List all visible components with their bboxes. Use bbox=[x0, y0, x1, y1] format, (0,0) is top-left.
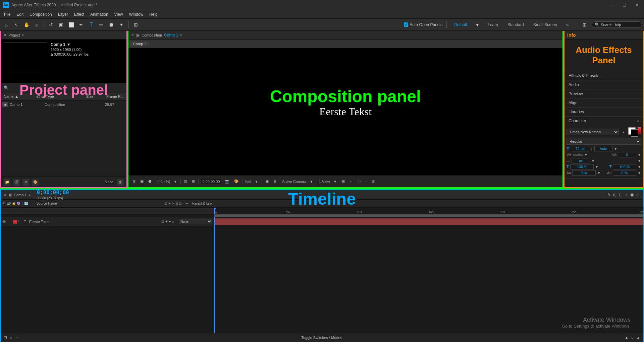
parent-link-select[interactable]: None bbox=[179, 219, 212, 224]
view-layout-btn[interactable]: ⊞ bbox=[340, 179, 346, 184]
settings-btn[interactable]: ⚙ bbox=[22, 179, 29, 186]
camera-arrow[interactable]: ▼ bbox=[308, 179, 315, 184]
hand-tool[interactable]: ✋ bbox=[22, 20, 31, 29]
output-btn[interactable]: ↑ bbox=[364, 179, 369, 184]
tl-btn-5[interactable]: ⬣ bbox=[630, 192, 634, 198]
workspace-small[interactable]: Small Screen bbox=[530, 22, 560, 28]
tl-btn-1[interactable]: ↰ bbox=[606, 192, 611, 198]
close-button[interactable]: ✕ bbox=[633, 2, 641, 8]
menu-animation[interactable]: Animation bbox=[88, 11, 111, 17]
shift-dropdown[interactable]: ▼ bbox=[597, 171, 600, 175]
layer-bar[interactable] bbox=[214, 218, 643, 225]
leading-dropdown[interactable]: ▼ bbox=[614, 147, 618, 151]
tracking-dropdown[interactable]: ▼ bbox=[638, 153, 641, 157]
shape-tool[interactable]: ⬜ bbox=[67, 20, 75, 29]
snap-btn[interactable]: ⊞ bbox=[191, 179, 196, 184]
workspace-standard[interactable]: Standard bbox=[504, 22, 527, 28]
footer-icon-2[interactable]: ○ bbox=[10, 335, 12, 340]
work-area[interactable] bbox=[214, 214, 643, 217]
maximize-button[interactable]: □ bbox=[621, 2, 628, 8]
menu-file[interactable]: File bbox=[1, 11, 13, 17]
footer-icon-3[interactable]: ↔ bbox=[15, 335, 19, 340]
new-folder-btn[interactable]: 📁 bbox=[4, 179, 10, 186]
select-tool[interactable]: ↖ bbox=[12, 20, 21, 29]
font-family-select[interactable]: Times New Roman bbox=[567, 129, 619, 135]
comp-panel-close[interactable]: ✕ bbox=[131, 33, 134, 37]
preview-section-label[interactable]: Preview bbox=[565, 89, 643, 98]
brush-tool[interactable]: ✏ bbox=[97, 20, 106, 29]
pen-tool[interactable]: ✒ bbox=[77, 20, 86, 29]
menu-help[interactable]: Help bbox=[147, 11, 160, 17]
workspace-more[interactable]: » bbox=[563, 20, 572, 29]
baseline-dropdown[interactable]: ▼ bbox=[591, 159, 595, 163]
character-section-label[interactable]: Character ≡ bbox=[565, 117, 643, 125]
render-btn[interactable]: ▷ bbox=[357, 179, 362, 184]
menu-window[interactable]: Window bbox=[126, 11, 146, 17]
tsume-dropdown[interactable]: ▼ bbox=[638, 171, 641, 175]
pen-icon[interactable]: ✒ bbox=[620, 129, 627, 135]
color-btn[interactable]: 🎨 bbox=[32, 179, 39, 186]
scale-v-dropdown[interactable]: ▼ bbox=[638, 165, 641, 169]
grid-tool[interactable]: ⊞ bbox=[131, 20, 140, 29]
layer-color-swatch[interactable] bbox=[13, 220, 17, 224]
menu-view[interactable]: View bbox=[112, 11, 126, 17]
workspace-learn[interactable]: Learn bbox=[484, 22, 501, 28]
playhead[interactable] bbox=[214, 208, 215, 214]
minimize-button[interactable]: ─ bbox=[608, 2, 616, 8]
timeline-close[interactable]: ✕ bbox=[4, 193, 6, 197]
table-row[interactable]: ▣ Comp 1 Composition 29,97 bbox=[1, 100, 126, 109]
workspace-default[interactable]: Default bbox=[451, 22, 470, 28]
menu-edit[interactable]: Edit bbox=[14, 11, 26, 17]
zoom-arrow[interactable]: ▼ bbox=[172, 179, 179, 184]
font-style-select[interactable]: Regular bbox=[567, 138, 641, 145]
baseline-input[interactable] bbox=[572, 158, 590, 163]
resolution-arrow[interactable]: ▼ bbox=[253, 179, 260, 184]
tl-btn-4[interactable]: ○ bbox=[625, 192, 628, 198]
comp-tab-comp1[interactable]: Comp 1 bbox=[130, 41, 150, 47]
project-panel-menu[interactable]: ≡ bbox=[22, 33, 24, 37]
region-of-interest-btn[interactable]: ⊞ bbox=[131, 179, 137, 184]
flow-btn[interactable]: ↔ bbox=[348, 179, 355, 184]
workspace-menu-arrow[interactable]: ▼ bbox=[473, 20, 482, 29]
menu-layer[interactable]: Layer bbox=[55, 11, 71, 17]
views-arrow[interactable]: ▼ bbox=[332, 179, 338, 184]
active-camera-label[interactable]: Active Camera bbox=[282, 180, 306, 184]
footer-icon-1[interactable]: ⊡ bbox=[4, 335, 7, 340]
menu-composition[interactable]: Composition bbox=[27, 11, 55, 17]
rotate-tool[interactable]: ↺ bbox=[47, 20, 55, 29]
kerning-dropdown[interactable]: ▼ bbox=[584, 153, 588, 157]
zoom-tool[interactable]: ⌕ bbox=[32, 20, 41, 29]
text-tool[interactable]: T bbox=[87, 20, 96, 29]
extra-dropdown[interactable]: ▼ bbox=[638, 159, 641, 163]
footer-nav-3[interactable]: ▲ bbox=[636, 335, 640, 340]
delete-btn[interactable]: 🗑 bbox=[117, 179, 124, 186]
tl-btn-3[interactable]: ⊡ bbox=[619, 192, 623, 198]
effects-presets-label[interactable]: Effects & Presets bbox=[565, 71, 643, 80]
project-search[interactable]: 🔍 bbox=[1, 83, 126, 92]
home-tool[interactable]: ⌂ bbox=[2, 20, 11, 29]
table-row[interactable]: 👁 1 T Eerste Tekst ⊡ ✦ ✒ ○ None bbox=[1, 217, 214, 226]
comp-viewer[interactable]: Eerste Tekst bbox=[128, 48, 562, 175]
scale-h-dropdown[interactable]: ▼ bbox=[595, 165, 598, 169]
footer-nav-2[interactable]: ○ bbox=[631, 335, 634, 340]
fit-to-view[interactable]: ⊡ bbox=[183, 179, 189, 184]
grid-btn[interactable]: ⊞ bbox=[370, 179, 376, 184]
tsume-input[interactable] bbox=[613, 170, 636, 176]
audio-section-label[interactable]: Audio bbox=[565, 80, 643, 89]
comp-panel-menu[interactable]: ≡ bbox=[180, 33, 182, 37]
snap-tool[interactable]: ⊞ bbox=[580, 20, 589, 29]
transparency-btn[interactable]: ⬣ bbox=[147, 179, 153, 184]
comp-name-arrow[interactable]: ▼ bbox=[67, 42, 71, 47]
character-menu-icon[interactable]: ≡ bbox=[637, 119, 639, 123]
footer-nav-1[interactable]: ▲ bbox=[625, 335, 629, 340]
scale-v-input[interactable] bbox=[613, 164, 636, 169]
project-panel-close[interactable]: ✕ bbox=[4, 33, 6, 37]
clone-tool[interactable]: ⬣ bbox=[107, 20, 116, 29]
color-picker[interactable]: 🎨 bbox=[233, 179, 240, 184]
align-section-label[interactable]: Align bbox=[565, 98, 643, 107]
auto-open-input[interactable] bbox=[404, 22, 408, 27]
auto-open-checkbox[interactable]: Auto-Open Panels bbox=[404, 22, 442, 27]
mask-btn[interactable]: ▣ bbox=[264, 179, 270, 184]
overlay-btn[interactable]: ⊞ bbox=[272, 179, 278, 184]
col-name-header[interactable]: Name ▲ 🏷 # bbox=[1, 94, 46, 98]
